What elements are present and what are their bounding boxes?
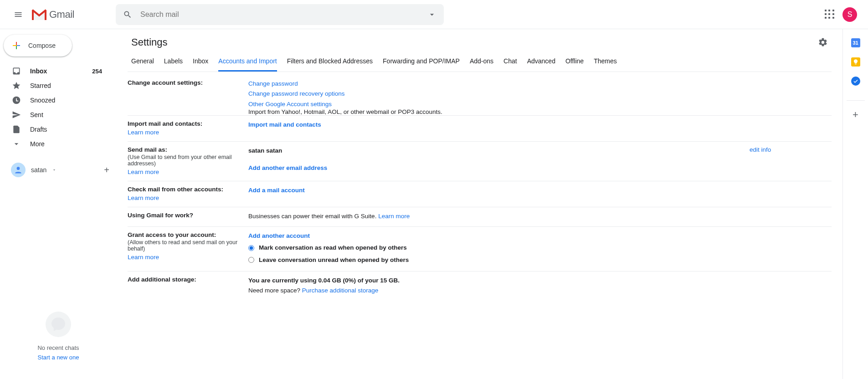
clock-icon: [12, 96, 21, 105]
import-mail-button[interactable]: Import mail and contacts: [248, 121, 321, 128]
settings-content: Change account settings: Change password…: [128, 72, 832, 302]
gmail-logo-icon: [31, 8, 47, 21]
row-storage: Add additional storage: You are currentl…: [128, 271, 832, 302]
edit-info-link[interactable]: edit info: [750, 146, 771, 153]
search-icon[interactable]: [119, 6, 136, 23]
learn-more-link[interactable]: Learn more: [378, 213, 410, 220]
sidebar-item-drafts[interactable]: Drafts: [0, 122, 109, 137]
start-chat-link[interactable]: Start a new one: [37, 354, 79, 361]
no-chats-text: No recent chats: [37, 344, 79, 351]
sidebar-item-label: More: [30, 140, 45, 148]
gsuite-desc: Businesses can power their email with G …: [248, 213, 378, 220]
star-icon: [12, 81, 21, 90]
app-name: Gmail: [49, 9, 74, 20]
person-icon: [14, 165, 23, 174]
contact-name: satan: [31, 166, 46, 174]
sidebar-item-more[interactable]: More: [0, 137, 109, 151]
navigation-sidebar: Compose Inbox 254 Starred Snoozed Sent D…: [0, 29, 117, 379]
settings-gear-button[interactable]: [818, 37, 828, 47]
sidebar-item-starred[interactable]: Starred: [0, 78, 109, 93]
sidebar-item-label: Starred: [30, 82, 51, 89]
hamburger-icon: [14, 10, 23, 19]
search-bar[interactable]: [116, 4, 444, 25]
main-menu-button[interactable]: [7, 4, 29, 26]
drafts-icon: [12, 125, 21, 134]
compose-button[interactable]: Compose: [4, 35, 72, 56]
row-title: Add additional storage:: [128, 276, 196, 283]
inbox-icon: [12, 67, 21, 76]
other-settings-link[interactable]: Other Google Account settings: [248, 101, 332, 108]
radio-label: Leave conversation unread when opened by…: [259, 256, 409, 265]
new-chat-button[interactable]: +: [104, 165, 109, 175]
add-mail-account-button[interactable]: Add a mail account: [248, 187, 305, 194]
change-recovery-link[interactable]: Change password recovery options: [248, 90, 345, 97]
tab-filters[interactable]: Filters and Blocked Addresses: [287, 53, 373, 72]
tab-advanced[interactable]: Advanced: [527, 53, 555, 72]
add-another-account-button[interactable]: Add another account: [248, 232, 310, 239]
google-apps-button[interactable]: [821, 5, 839, 24]
app-header: Gmail S: [0, 0, 868, 29]
contact-avatar: [11, 163, 26, 177]
add-email-button[interactable]: Add another email address: [248, 164, 327, 171]
row-gsuite: Using Gmail for work? Businesses can pow…: [128, 207, 832, 227]
storage-prompt: Need more space?: [248, 287, 302, 294]
inbox-count: 254: [92, 68, 109, 75]
keep-icon: [853, 59, 859, 65]
tab-accounts-import[interactable]: Accounts and Import: [218, 53, 277, 72]
mark-read-radio[interactable]: [248, 245, 254, 251]
gmail-logo[interactable]: Gmail: [29, 8, 111, 21]
search-options-icon[interactable]: [424, 6, 440, 23]
sent-icon: [12, 110, 21, 119]
svg-point-5: [17, 167, 20, 170]
storage-usage: You are currently using 0.04 GB (0%) of …: [248, 277, 400, 284]
tab-addons[interactable]: Add-ons: [470, 53, 493, 72]
sidebar-item-inbox[interactable]: Inbox 254: [0, 64, 109, 78]
row-subtitle: (Use Gmail to send from your other email…: [128, 154, 239, 167]
caret-down-icon: [52, 168, 56, 172]
row-title: Using Gmail for work?: [128, 212, 193, 219]
tab-offline[interactable]: Offline: [565, 53, 584, 72]
hangouts-icon: [46, 312, 71, 337]
svg-rect-4: [16, 46, 17, 49]
row-title: Grant access to your account:: [128, 231, 216, 238]
tab-forwarding[interactable]: Forwarding and POP/IMAP: [383, 53, 460, 72]
hangouts-contact-row[interactable]: satan +: [0, 159, 117, 181]
row-check-mail: Check mail from other accounts: Learn mo…: [128, 181, 832, 207]
row-import-mail: Import mail and contacts: Learn more Imp…: [128, 116, 832, 142]
learn-more-link[interactable]: Learn more: [128, 169, 159, 175]
gear-icon: [818, 37, 828, 47]
calendar-addon-button[interactable]: 31: [851, 38, 860, 47]
tasks-addon-button[interactable]: [851, 77, 860, 86]
learn-more-link[interactable]: Learn more: [128, 195, 159, 201]
row-title: Check mail from other accounts:: [128, 186, 223, 193]
account-avatar[interactable]: S: [842, 7, 857, 22]
chevron-down-icon: [12, 139, 21, 149]
tab-inbox[interactable]: Inbox: [193, 53, 208, 72]
search-input[interactable]: [136, 10, 424, 19]
leave-unread-radio[interactable]: [248, 257, 254, 263]
sidebar-item-sent[interactable]: Sent: [0, 108, 109, 122]
side-panel: 31 +: [842, 29, 868, 379]
tab-general[interactable]: General: [131, 53, 154, 72]
sidebar-item-snoozed[interactable]: Snoozed: [0, 93, 109, 108]
change-password-link[interactable]: Change password: [248, 80, 298, 87]
learn-more-link[interactable]: Learn more: [128, 254, 159, 261]
page-title: Settings: [131, 36, 168, 48]
learn-more-link[interactable]: Learn more: [128, 129, 159, 136]
radio-label: Mark conversation as read when opened by…: [259, 243, 407, 252]
row-send-as: Send mail as: (Use Gmail to send from yo…: [128, 142, 832, 181]
tab-themes[interactable]: Themes: [594, 53, 617, 72]
send-as-value: satan satan: [248, 147, 282, 154]
sidebar-item-label: Inbox: [30, 67, 47, 75]
sidebar-item-label: Drafts: [30, 126, 47, 133]
tab-chat[interactable]: Chat: [503, 53, 517, 72]
tab-labels[interactable]: Labels: [164, 53, 183, 72]
settings-tabs: General Labels Inbox Accounts and Import…: [128, 53, 832, 72]
keep-addon-button[interactable]: [851, 57, 860, 67]
sidebar-item-label: Sent: [30, 111, 43, 118]
get-addons-button[interactable]: +: [847, 100, 865, 121]
settings-pane: Settings General Labels Inbox Accounts a…: [117, 29, 842, 379]
purchase-storage-link[interactable]: Purchase additional storage: [302, 287, 378, 294]
tasks-icon: [853, 78, 858, 84]
svg-rect-2: [16, 42, 17, 45]
